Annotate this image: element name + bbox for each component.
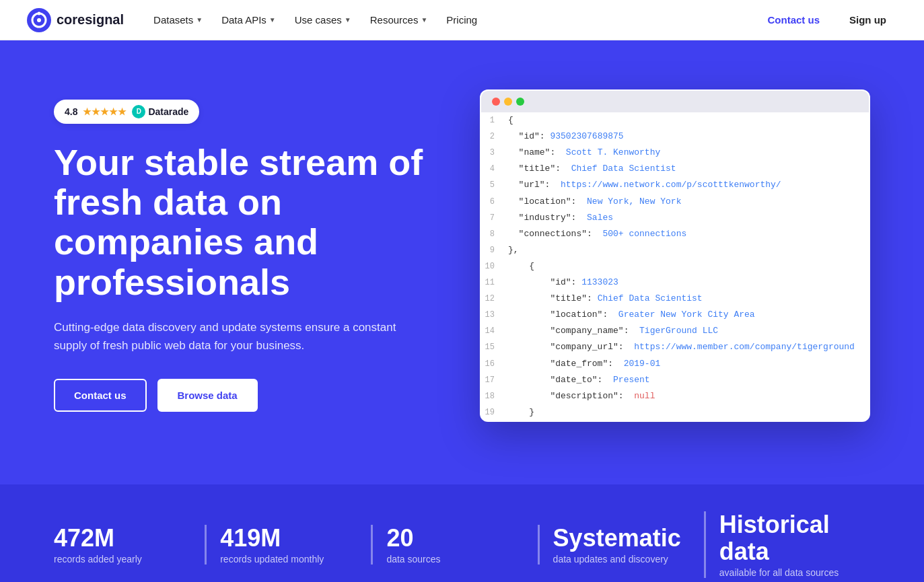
- hero-section: 4.8 ★★★★★ D Datarade Your stable stream …: [0, 40, 924, 484]
- code-line: 18 "description": null: [481, 388, 869, 404]
- code-line: 12 "title": Chief Data Scientist: [481, 291, 869, 307]
- chevron-down-icon: ▼: [345, 16, 351, 24]
- rating-stars: ★★★★★: [83, 106, 127, 117]
- code-line: 2 "id": 93502307689875: [481, 129, 869, 145]
- nav-data-apis[interactable]: Data APIs ▼: [213, 9, 284, 31]
- code-line: 6 "location": New York, New York: [481, 194, 869, 210]
- stat-records-added: 472M records added yearly: [54, 525, 205, 565]
- browse-data-button[interactable]: Browse data: [157, 379, 258, 412]
- code-line: 15 "company_url": https://www.member.com…: [481, 339, 869, 355]
- nav-use-cases[interactable]: Use cases ▼: [287, 9, 359, 31]
- nav-pricing[interactable]: Pricing: [438, 9, 485, 31]
- stat-number: Historical data: [719, 511, 857, 565]
- code-line: 10 {: [481, 258, 869, 275]
- nav-resources[interactable]: Resources ▼: [362, 9, 436, 31]
- datarade-icon: D: [132, 105, 145, 118]
- stat-label: data updates and discovery: [553, 554, 690, 565]
- code-line: 14 "company_name": TigerGround LLC: [481, 323, 869, 339]
- code-line: 1 {: [481, 112, 869, 129]
- hero-left: 4.8 ★★★★★ D Datarade Your stable stream …: [54, 100, 462, 412]
- code-line: 16 "date_from": 2019-01: [481, 356, 869, 372]
- nav-signup-button[interactable]: Sign up: [839, 9, 897, 31]
- logo[interactable]: coresignal: [27, 8, 124, 32]
- stat-records-updated: 419M records updated monthly: [205, 525, 371, 565]
- stat-number: 419M: [220, 525, 357, 552]
- code-line: 11 "id": 1133023: [481, 275, 869, 291]
- code-header: [481, 91, 869, 112]
- code-line: 5 "url": https://www.network.com/p/scott…: [481, 177, 869, 193]
- svg-point-2: [37, 18, 41, 22]
- window-minimize-dot: [504, 98, 512, 106]
- code-line: 19 }: [481, 404, 869, 421]
- code-line: 8 "connections": 500+ connections: [481, 226, 869, 242]
- stat-number: 472M: [54, 525, 191, 552]
- svg-point-3: [38, 11, 41, 15]
- code-line: 3 "name": Scott T. Kenworthy: [481, 145, 869, 161]
- datarade-logo: D Datarade: [132, 105, 188, 118]
- stats-bar: 472M records added yearly 419M records u…: [0, 484, 924, 582]
- contact-us-button[interactable]: Contact us: [54, 379, 147, 412]
- stat-historical: Historical data available for all data s…: [704, 511, 870, 578]
- hero-buttons: Contact us Browse data: [54, 379, 462, 412]
- logo-text: coresignal: [57, 12, 124, 28]
- rating-badge: 4.8 ★★★★★ D Datarade: [54, 100, 199, 124]
- code-line: 9 },: [481, 242, 869, 258]
- datarade-label: Datarade: [148, 106, 188, 117]
- window-close-dot: [492, 98, 500, 106]
- stat-label: records added yearly: [54, 554, 191, 565]
- logo-icon: [27, 8, 51, 32]
- code-line: 7 "industry": Sales: [481, 210, 869, 226]
- navbar: coresignal Datasets ▼ Data APIs ▼ Use ca…: [0, 0, 924, 40]
- code-line: 17 "date_to": Present: [481, 372, 869, 388]
- hero-title: Your stable stream of fresh data on comp…: [54, 143, 462, 303]
- nav-contact-button[interactable]: Contact us: [759, 9, 828, 31]
- nav-right: Contact us Sign up: [759, 9, 897, 31]
- rating-score: 4.8: [65, 106, 77, 117]
- stat-label: available for all data sources: [719, 567, 857, 578]
- hero-subtitle: Cutting-edge data discovery and update s…: [54, 318, 404, 355]
- stat-number: Systematic: [553, 525, 690, 552]
- chevron-down-icon: ▼: [269, 16, 276, 24]
- code-window: 1 { 2 "id": 93502307689875 3 "name": Sco…: [480, 89, 870, 422]
- hero-right: 1 { 2 "id": 93502307689875 3 "name": Sco…: [462, 89, 871, 422]
- stat-label: records updated monthly: [220, 554, 357, 565]
- code-body: 1 { 2 "id": 93502307689875 3 "name": Sco…: [481, 112, 869, 421]
- nav-left: coresignal Datasets ▼ Data APIs ▼ Use ca…: [27, 8, 485, 32]
- chevron-down-icon: ▼: [196, 16, 203, 24]
- code-line: 4 "title": Chief Data Scientist: [481, 161, 869, 177]
- stat-data-sources: 20 data sources: [371, 525, 537, 565]
- nav-datasets[interactable]: Datasets ▼: [145, 9, 211, 31]
- stat-number: 20: [386, 525, 524, 552]
- stat-systematic: Systematic data updates and discovery: [538, 525, 704, 565]
- stat-label: data sources: [386, 554, 524, 565]
- nav-links: Datasets ▼ Data APIs ▼ Use cases ▼ Resou…: [145, 9, 485, 31]
- chevron-down-icon: ▼: [421, 16, 427, 24]
- window-maximize-dot: [516, 98, 524, 106]
- code-line: 13 "location": Greater New York City Are…: [481, 307, 869, 323]
